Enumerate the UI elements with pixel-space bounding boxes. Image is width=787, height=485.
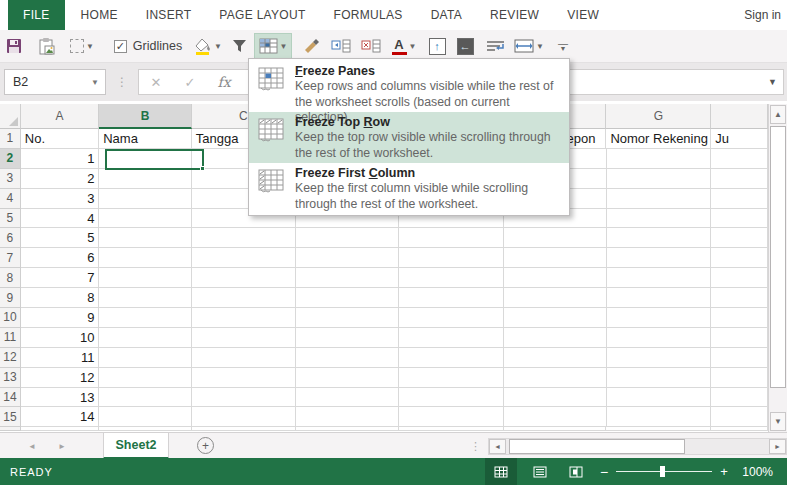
cell-A13[interactable]: 12 <box>21 368 100 388</box>
cell-D9[interactable] <box>296 288 399 308</box>
format-painter-button[interactable] <box>302 33 322 59</box>
cell-A2[interactable]: 1 <box>21 149 100 169</box>
page-layout-view-button[interactable] <box>524 458 556 485</box>
zoom-out-button[interactable]: − <box>600 464 608 480</box>
row-header-4[interactable]: 4 <box>0 189 21 209</box>
autofit-button[interactable]: ▼ <box>514 33 544 59</box>
cell-B14[interactable] <box>99 388 192 408</box>
scroll-left-button[interactable]: ◄ <box>489 439 506 454</box>
cell-A4[interactable]: 3 <box>21 189 100 209</box>
save-button[interactable] <box>4 33 24 59</box>
cell-E9[interactable] <box>399 288 504 308</box>
cell-G10[interactable] <box>607 308 712 328</box>
name-box-dropdown-icon[interactable]: ▼ <box>85 78 105 87</box>
cell-A7[interactable]: 6 <box>21 248 100 268</box>
cell-B11[interactable] <box>99 328 192 348</box>
cell-C9[interactable] <box>192 288 296 308</box>
cell-H5[interactable] <box>711 209 768 229</box>
tab-review[interactable]: REVIEW <box>476 0 553 30</box>
insert-cells-button[interactable] <box>330 33 352 59</box>
cell-D12[interactable] <box>296 348 399 368</box>
select-all-corner[interactable] <box>0 104 21 129</box>
cell-F10[interactable] <box>504 308 607 328</box>
cell-D14[interactable] <box>296 388 399 408</box>
cell-H2[interactable] <box>711 149 768 169</box>
cell-D8[interactable] <box>296 268 399 288</box>
row-header-1[interactable]: 1 <box>0 129 21 149</box>
cell-E10[interactable] <box>399 308 504 328</box>
normal-view-button[interactable] <box>485 458 517 485</box>
add-sheet-button[interactable]: + <box>197 437 214 454</box>
menu-item-freeze-panes[interactable]: Freeze Panes Keep rows and columns visib… <box>249 61 569 112</box>
cell-H7[interactable] <box>711 248 768 268</box>
cell-F15[interactable] <box>504 407 607 427</box>
cell-E11[interactable] <box>399 328 504 348</box>
row-header-14[interactable]: 14 <box>0 388 21 408</box>
row-header-3[interactable]: 3 <box>0 169 21 189</box>
column-header-B[interactable]: B <box>99 104 192 129</box>
cell-B6[interactable] <box>99 228 192 248</box>
menu-item-freeze-top-row[interactable]: Freeze Top Row Keep the top row visible … <box>249 112 569 163</box>
cell-C7[interactable] <box>192 248 296 268</box>
cancel-icon[interactable]: ✕ <box>139 75 173 90</box>
font-color-button[interactable]: A▼ <box>390 33 418 59</box>
cell-B8[interactable] <box>99 268 192 288</box>
fill-handle[interactable] <box>200 166 205 171</box>
cell-A15[interactable]: 14 <box>21 407 100 427</box>
cell-H13[interactable] <box>711 368 768 388</box>
cell-H8[interactable] <box>711 268 768 288</box>
cell-G4[interactable] <box>607 189 712 209</box>
delete-cells-button[interactable] <box>360 33 382 59</box>
cell-H9[interactable] <box>711 288 768 308</box>
sheet-nav-right-icon[interactable]: ► <box>58 433 66 459</box>
cell-C12[interactable] <box>192 348 296 368</box>
cell-G12[interactable] <box>607 348 712 368</box>
import-button[interactable]: ← <box>456 33 474 59</box>
cell-G13[interactable] <box>607 368 712 388</box>
cell-G5[interactable] <box>607 209 712 229</box>
export-button[interactable]: ↑ <box>428 33 446 59</box>
cell-B7[interactable] <box>99 248 192 268</box>
row-header-10[interactable]: 10 <box>0 308 21 328</box>
zoom-slider[interactable] <box>616 471 712 472</box>
cell-A9[interactable]: 8 <box>21 288 100 308</box>
cell-E7[interactable] <box>399 248 504 268</box>
cell-H6[interactable] <box>711 228 768 248</box>
cell-B9[interactable] <box>99 288 192 308</box>
cell-H11[interactable] <box>711 328 768 348</box>
row-header-5[interactable]: 5 <box>0 209 21 229</box>
cell-A14[interactable]: 13 <box>21 388 100 408</box>
cell-G3[interactable] <box>607 169 712 189</box>
filter-button[interactable] <box>230 33 248 59</box>
cell-H10[interactable] <box>711 308 768 328</box>
cell-H4[interactable] <box>711 189 768 209</box>
cell-C10[interactable] <box>192 308 296 328</box>
cell-B5[interactable] <box>99 209 192 229</box>
cell-D6[interactable] <box>296 228 399 248</box>
cell-H12[interactable] <box>711 348 768 368</box>
tab-file[interactable]: FILE <box>8 0 65 30</box>
gridlines-checkbox[interactable]: ✓ <box>114 40 127 53</box>
cell-D13[interactable] <box>296 368 399 388</box>
cell-D11[interactable] <box>296 328 399 348</box>
cell-G15[interactable] <box>607 407 712 427</box>
cell-C14[interactable] <box>192 388 296 408</box>
scroll-right-button[interactable]: ► <box>769 439 786 454</box>
cell-G6[interactable] <box>607 228 712 248</box>
scroll-up-button[interactable]: ▲ <box>770 105 786 124</box>
cell-H3[interactable] <box>711 169 768 189</box>
name-box[interactable]: B2 ▼ <box>4 69 106 95</box>
cell-B3[interactable] <box>99 169 192 189</box>
tab-view[interactable]: VIEW <box>553 0 613 30</box>
vertical-scrollbar-thumb[interactable] <box>770 126 786 388</box>
sign-in-link[interactable]: Sign in <box>744 0 781 30</box>
row-header-7[interactable]: 7 <box>0 248 21 268</box>
page-break-view-button[interactable] <box>560 458 592 485</box>
cell-G8[interactable] <box>607 268 712 288</box>
cell-D7[interactable] <box>296 248 399 268</box>
row-header-9[interactable]: 9 <box>0 288 21 308</box>
cell-A3[interactable]: 2 <box>21 169 100 189</box>
cell-C15[interactable] <box>192 407 296 427</box>
row-header-13[interactable]: 13 <box>0 368 21 388</box>
cell-E12[interactable] <box>399 348 504 368</box>
